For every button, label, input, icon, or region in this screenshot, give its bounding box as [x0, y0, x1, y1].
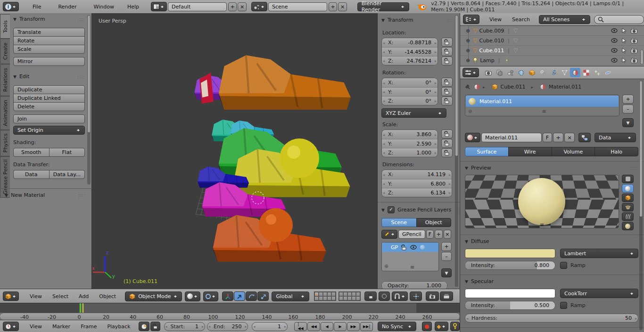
location-z-field[interactable]: Z:24.76214 — [382, 56, 438, 65]
data-transfer-layout-button[interactable]: Data Lay... — [49, 170, 85, 179]
playhead[interactable] — [80, 303, 81, 313]
gp-source-object-tab[interactable]: Object — [416, 218, 452, 227]
outliner-row-lamp[interactable]: ⊕ Lamp | — [460, 56, 644, 65]
use-nodes-button[interactable] — [578, 133, 591, 142]
tab-texture[interactable] — [581, 68, 591, 77]
material-fake-user-button[interactable]: F — [543, 133, 552, 142]
menu-window[interactable]: Window — [89, 4, 119, 10]
shelf-tab-tools[interactable]: Tools — [0, 14, 10, 39]
gp-add-button[interactable]: + — [435, 230, 442, 239]
selectability-cursor-icon[interactable] — [622, 28, 627, 33]
location-x-field[interactable]: X:-0.88718 — [382, 38, 438, 47]
lock-to-scene-button[interactable] — [364, 292, 377, 301]
preview-cube-button[interactable] — [622, 194, 634, 202]
gp-layer-specials-button[interactable]: ▼ — [441, 268, 452, 277]
outliner-display-dropdown[interactable]: All Scenes — [539, 15, 591, 24]
play-reverse-button[interactable]: ◀ — [321, 322, 333, 331]
jump-to-start-button[interactable]: |◀◀ — [294, 322, 307, 331]
shelf-tab-animation[interactable]: Animation — [0, 96, 10, 130]
resize-handle-icon[interactable]: ≡ — [540, 222, 544, 228]
lock-rotation-z-button[interactable] — [441, 97, 453, 105]
timeline-ruler[interactable]: -40 -20 0 20 40 60 80 100 120 140 160 18… — [0, 313, 460, 320]
new-material-panel-header[interactable]: ▼ New Material :::: — [5, 192, 86, 198]
viewport-menu-view[interactable]: View — [25, 293, 47, 300]
grease-pencil-checkbox[interactable]: ✓ — [388, 206, 395, 213]
viewport-shading-dropdown[interactable] — [185, 292, 200, 301]
lock-scale-z-button[interactable] — [441, 148, 453, 157]
material-slot-remove-button[interactable]: – — [622, 105, 634, 113]
gp-datablock-selector[interactable] — [381, 230, 397, 239]
tab-render[interactable] — [483, 68, 494, 77]
scale-z-field[interactable]: Z:1.000 — [382, 148, 438, 157]
delete-scene-button[interactable]: × — [338, 2, 347, 11]
material-specials-button[interactable]: ▼ — [622, 118, 634, 127]
proportional-edit-button[interactable] — [379, 292, 390, 301]
delete-layout-button[interactable]: × — [238, 2, 247, 11]
shelf-tab-grease-pencil[interactable]: Grease Pencil — [0, 156, 10, 198]
lock-location-y-button[interactable] — [441, 47, 453, 56]
set-origin-dropdown[interactable]: Set Origin — [13, 126, 85, 135]
timeline-menu-playback[interactable]: Playback — [102, 324, 135, 330]
material-add-button[interactable]: + — [553, 133, 563, 142]
outliner-row-cube009[interactable]: ⊕ ▽ Cube.009 | ▽ — [460, 26, 644, 36]
specular-hardness-field[interactable]: Hardness: 50 — [465, 314, 638, 323]
menu-render[interactable]: Render — [53, 4, 82, 10]
diffuse-panel-header[interactable]: ▼ Diffuse :::: — [465, 238, 638, 244]
pivot-dropdown[interactable] — [203, 292, 218, 301]
renderability-camera-icon[interactable] — [631, 48, 637, 53]
gp-opacity-slider[interactable]: Opacity: 1.000 — [381, 281, 447, 289]
material-type-volume-tab[interactable]: Volume — [552, 147, 595, 156]
shelf-tab-physics[interactable]: Physics — [0, 130, 10, 156]
diffuse-shader-dropdown[interactable]: Lambert — [560, 249, 638, 258]
preview-world-button[interactable] — [622, 222, 634, 230]
lock-rotation-x-button[interactable] — [441, 78, 453, 87]
render-engine-dropdown[interactable]: Blender Render — [357, 2, 409, 11]
renderability-camera-icon[interactable] — [631, 58, 637, 63]
end-frame-field[interactable]: End:250 — [207, 322, 248, 331]
orientation-dropdown[interactable]: Global — [272, 292, 309, 301]
transform-panel-header[interactable]: ▼ Transform :::: — [13, 16, 85, 22]
rotation-mode-dropdown[interactable]: XYZ Euler — [381, 108, 446, 118]
menu-file[interactable]: File — [27, 4, 46, 10]
pin-icon[interactable] — [465, 84, 471, 90]
outliner-row-cube011-selected[interactable]: ⊕ ▽ Cube.011 | ▽ — [460, 46, 644, 56]
outliner-menu-view[interactable]: View — [484, 16, 507, 23]
diffuse-ramp-checkbox[interactable]: ✓ — [560, 262, 567, 269]
preview-monkey-button[interactable] — [622, 203, 634, 211]
selectability-cursor-icon[interactable] — [622, 48, 627, 53]
material-link-dropdown[interactable]: Data — [594, 133, 636, 142]
eye-icon[interactable] — [410, 245, 417, 250]
expand-icon[interactable]: ⊕ — [466, 38, 470, 44]
insert-keyframe-button[interactable] — [450, 322, 460, 331]
manipulator-translate-button[interactable] — [234, 292, 245, 301]
visibility-eye-icon[interactable] — [611, 38, 618, 43]
breadcrumb-object[interactable]: Cube.011 — [501, 84, 526, 90]
layers-group-1[interactable] — [314, 292, 336, 301]
rotate-button[interactable]: Rotate — [13, 36, 85, 45]
lock-rotation-y-button[interactable] — [441, 87, 453, 96]
dimensions-y-field[interactable]: Y:6.800 — [382, 179, 452, 188]
dimensions-x-field[interactable]: X:14.119 — [382, 170, 452, 179]
auto-keyframe-button[interactable]: ● — [422, 322, 431, 331]
tab-object[interactable] — [527, 68, 537, 77]
viewport-menu-object[interactable]: Object — [94, 293, 121, 300]
rotation-z-field[interactable]: Z:0° — [382, 96, 438, 105]
breadcrumb-material[interactable]: Material.011 — [549, 84, 581, 90]
material-type-wire-tab[interactable]: Wire — [508, 147, 552, 156]
tab-scene[interactable] — [505, 68, 515, 77]
scale-y-field[interactable]: Y:2.590 — [382, 139, 438, 148]
diffuse-intensity-slider[interactable]: Intensity: 0.800 — [465, 261, 555, 270]
rotation-y-field[interactable]: Y:0° — [382, 87, 438, 96]
tab-constraints[interactable] — [537, 68, 548, 77]
outliner-row-cube010[interactable]: ⊕ ▽ Cube.010 | ▽ — [460, 36, 644, 46]
rotation-x-field[interactable]: X:0° — [382, 78, 438, 87]
transform-panel-header[interactable]: ▼ Transform :::: — [381, 17, 455, 23]
play-button[interactable]: ▶ — [334, 322, 347, 331]
translate-button[interactable]: Translate — [13, 28, 85, 37]
visibility-eye-icon[interactable] — [611, 28, 618, 33]
gp-layer-row[interactable]: GP — [382, 243, 438, 252]
lock-location-x-button[interactable] — [441, 38, 453, 47]
tab-object-data[interactable] — [559, 68, 570, 77]
resize-handle-icon[interactable]: ≡ — [542, 108, 546, 114]
keying-set-dropdown[interactable]: ◆ — [435, 322, 448, 331]
